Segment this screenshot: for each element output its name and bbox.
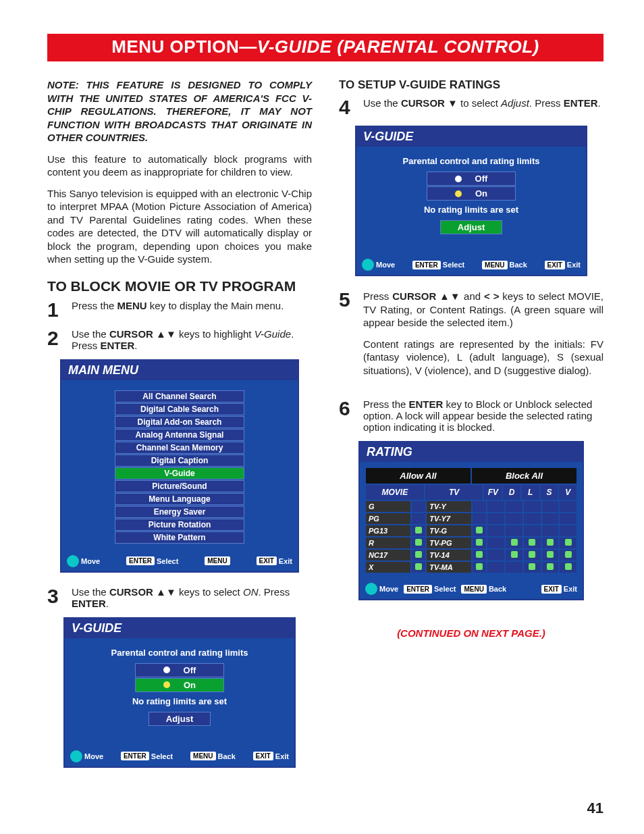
vguide-nav-1: Move ENTERSelect MENUBack EXITExit — [65, 746, 294, 766]
left-column: NOTE: THIS FEATURE IS DESIGNED TO COMPLY… — [47, 78, 312, 781]
step-2: 2 Use the CURSOR ▲▼ keys to highlight V-… — [47, 328, 312, 351]
main-menu-panel: MAIN MENU All Channel SearchDigital Cabl… — [60, 359, 299, 573]
vguide-panel-adjust: V-GUIDE Parental control and rating limi… — [355, 126, 587, 276]
heading-setup: TO SETUP V-GUIDE RATINGS — [339, 78, 603, 92]
right-column: TO SETUP V-GUIDE RATINGS 4 Use the CURSO… — [339, 78, 603, 781]
step-6: 6 Press the ENTER key to Block or Unbloc… — [339, 398, 603, 433]
main-menu-item: Picture/Sound — [115, 480, 244, 492]
main-menu-item: Digital Add-on Search — [115, 416, 244, 428]
main-menu-item: Digital Caption — [115, 454, 244, 467]
vguide-panel-on: V-GUIDE Parental control and rating limi… — [63, 617, 296, 768]
continued-note: (CONTINUED ON NEXT PAGE.) — [339, 627, 603, 639]
compliance-note: NOTE: THIS FEATURE IS DESIGNED TO COMPLY… — [47, 78, 312, 145]
page-number: 41 — [587, 800, 603, 817]
arrows-icon — [70, 750, 82, 762]
main-menu-item: Digital Cable Search — [115, 403, 244, 415]
intro-para-1: Use this feature to automatically block … — [47, 153, 312, 179]
main-menu-item: Analog Antenna Signal — [115, 429, 244, 441]
banner-right: V-GUIDE (PARENTAL CONTROL) — [257, 36, 539, 57]
heading-block: TO BLOCK MOVIE OR TV PROGRAM — [47, 278, 312, 294]
main-menu-item: V-Guide — [115, 467, 244, 479]
step-1: 1 Press the MENU key to display the Main… — [47, 300, 312, 320]
main-menu-item: Energy Saver — [115, 506, 244, 518]
rating-nav: Move ENTERSelect MENUBack EXITExit — [360, 579, 583, 599]
intro-para-2: This Sanyo television is equipped with a… — [47, 187, 312, 266]
banner-left: MENU OPTION— — [111, 36, 257, 57]
main-menu-item: Channel Scan Memory — [115, 442, 244, 454]
vguide-nav-2: Move ENTERSelect MENUBack EXITExit — [356, 255, 586, 275]
main-menu-title: MAIN MENU — [61, 361, 298, 380]
step-5: 5 Press CURSOR ▲▼ and < > keys to select… — [339, 290, 603, 385]
page-banner: MENU OPTION—V-GUIDE (PARENTAL CONTROL) — [47, 34, 603, 61]
main-menu-item: White Pattern — [115, 531, 244, 544]
main-menu-nav: Move ENTERSelect MENU EXITExit — [61, 551, 298, 571]
main-menu-item: All Channel Search — [115, 390, 244, 402]
main-menu-item: Picture Rotation — [115, 519, 244, 531]
step-3: 3 Use the CURSOR ▲▼ keys to select ON. P… — [47, 586, 312, 609]
arrows-icon — [365, 583, 377, 595]
arrows-icon — [67, 555, 79, 567]
arrows-icon — [362, 259, 374, 271]
step-4: 4 Use the CURSOR ▼ to select Adjust. Pre… — [339, 97, 603, 118]
rating-panel: RATING Allow All Block All MOVIE TV FV D… — [358, 441, 584, 600]
main-menu-items: All Channel SearchDigital Cable SearchDi… — [61, 380, 298, 551]
main-menu-item: Menu Language — [115, 493, 244, 505]
